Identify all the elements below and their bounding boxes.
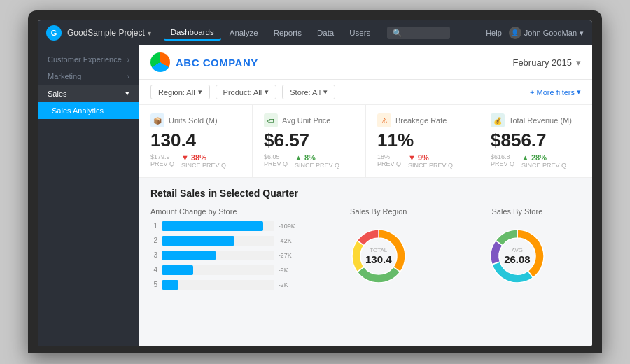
- avg-price-icon: 🏷: [264, 113, 278, 127]
- nav-logo-icon: G: [46, 25, 62, 41]
- date-selector[interactable]: February 2015 ▾: [512, 57, 581, 68]
- bar-label: 3: [150, 251, 158, 259]
- breakage-label: Breakage Rate: [396, 116, 447, 125]
- nav-right: Help 👤 John GoodMan ▾: [486, 27, 584, 39]
- nav-item-dashboards[interactable]: Dashboards: [164, 25, 221, 41]
- sidebar-item-marketing[interactable]: Marketing ›: [38, 68, 139, 85]
- bar-fill: [162, 221, 263, 231]
- nav-item-reports[interactable]: Reports: [267, 26, 309, 40]
- bar-chart-title: Amount Change by Store: [150, 207, 304, 216]
- store-filter[interactable]: Store: All ▾: [282, 85, 335, 99]
- revenue-change: ▲ 28% SINCE PREV Q: [522, 153, 566, 169]
- units-sold-change: ▼ 38% SINCE PREV Q: [181, 153, 226, 169]
- bar-value: -27K: [279, 252, 304, 259]
- bar-label: 4: [150, 266, 158, 274]
- bar-row: 2 -42K: [150, 236, 304, 246]
- company-name: ABC Company: [176, 57, 258, 69]
- date-chevron-icon: ▾: [576, 57, 581, 68]
- charts-section: Retail Sales in Selected Quarter Amount …: [139, 178, 592, 346]
- avg-price-prev: $6.05 PREV Q: [264, 153, 288, 167]
- breakage-value: 11%: [377, 130, 468, 150]
- product-filter[interactable]: Product: All ▾: [216, 85, 277, 99]
- units-sold-icon: 📦: [150, 113, 164, 127]
- charts-section-title: Retail Sales in Selected Quarter: [150, 188, 581, 199]
- sidebar-arrow-icon: ›: [127, 56, 130, 64]
- filters-bar: Region: All ▾ Product: All ▾ Store: All …: [139, 80, 592, 105]
- search-input[interactable]: [387, 27, 450, 39]
- sidebar: Customer Experience › Marketing › Sales …: [38, 46, 139, 346]
- bar-chart: 1 -109K 2 -42K 3 -27K 4 -9K 5 -2K: [150, 221, 304, 290]
- region-filter[interactable]: Region: All ▾: [150, 85, 210, 99]
- bar-value: -42K: [279, 237, 304, 244]
- sidebar-item-sales[interactable]: Sales ▾: [38, 85, 139, 102]
- company-logo-icon: [150, 52, 170, 72]
- bar-fill: [162, 251, 216, 260]
- nav-item-analyze[interactable]: Analyze: [223, 26, 265, 40]
- bar-fill: [162, 265, 193, 275]
- laptop-shell: G GoodSample Project ▾ Dashboards Analyz…: [28, 10, 602, 354]
- donut-region-title: Sales By Region: [350, 207, 407, 216]
- sidebar-item-sales-analytics[interactable]: Sales Analytics: [38, 102, 139, 119]
- avg-price-label: Avg Unit Price: [282, 116, 331, 125]
- bar-row: 3 -27K: [150, 251, 304, 260]
- sidebar-item-customer-experience[interactable]: Customer Experience ›: [38, 51, 139, 68]
- content-panel: ABC Company February 2015 ▾ Region: All …: [139, 46, 592, 346]
- donut-region-section: Sales By Region TOTAL 130.4: [315, 207, 442, 291]
- donut-region-center: TOTAL 130.4: [365, 246, 392, 265]
- donut-store-chart: AVG 26.08: [482, 221, 552, 291]
- breakage-icon: ⚠: [377, 113, 391, 127]
- units-sold-value: 130.4: [150, 130, 241, 150]
- breakage-prev: 18% PREV Q: [377, 153, 401, 167]
- bar-value: -2K: [279, 281, 304, 288]
- bar-row: 5 -2K: [150, 280, 304, 290]
- bar-track: [162, 236, 274, 246]
- nav-project-name[interactable]: GoodSample Project ▾: [67, 28, 151, 38]
- nav-item-users[interactable]: Users: [342, 26, 377, 40]
- revenue-icon: 💰: [491, 113, 505, 127]
- bar-value: -109K: [279, 223, 304, 230]
- kpi-breakage-rate: ⚠ Breakage Rate 11% 18% PREV Q ▼ 9% SIN: [366, 105, 479, 177]
- breakage-change: ▼ 9% SINCE PREV Q: [408, 153, 453, 169]
- bar-track: [162, 265, 274, 275]
- kpi-avg-unit-price: 🏷 Avg Unit Price $6.57 $6.05 PREV Q ▲ 8%: [253, 105, 366, 177]
- kpi-units-sold: 📦 Units Sold (M) 130.4 $179.9 PREV Q ▼ 3…: [139, 105, 253, 177]
- laptop-screen: G GoodSample Project ▾ Dashboards Analyz…: [38, 20, 592, 346]
- filter-chevron-icon: ▾: [198, 88, 202, 97]
- help-link[interactable]: Help: [486, 29, 502, 37]
- nav-items: Dashboards Analyze Reports Data Users: [164, 25, 378, 41]
- donut-store-section: Sales By Store AVG 26.08: [454, 207, 581, 291]
- kpi-row: 📦 Units Sold (M) 130.4 $179.9 PREV Q ▼ 3…: [139, 105, 592, 178]
- units-sold-label: Units Sold (M): [169, 116, 218, 125]
- project-chevron-icon: ▾: [148, 29, 151, 37]
- bar-row: 1 -109K: [150, 221, 304, 231]
- donut-region-chart: TOTAL 130.4: [344, 221, 414, 291]
- top-nav: G GoodSample Project ▾ Dashboards Analyz…: [38, 20, 592, 46]
- filter-chevron-icon: ▾: [323, 88, 328, 97]
- bar-track: [162, 280, 274, 290]
- revenue-value: $856.7: [491, 130, 581, 150]
- units-sold-prev: $179.9 PREV Q: [150, 153, 174, 167]
- donut-store-title: Sales By Store: [492, 207, 543, 216]
- revenue-prev: $616.8 PREV Q: [491, 153, 514, 167]
- user-menu[interactable]: 👤 John GoodMan ▾: [509, 27, 584, 39]
- kpi-total-revenue: 💰 Total Revenue (M) $856.7 $616.8 PREV Q…: [479, 105, 592, 177]
- user-avatar-icon: 👤: [509, 27, 522, 39]
- revenue-label: Total Revenue (M): [509, 116, 572, 125]
- bar-chart-container: Amount Change by Store 1 -109K 2 -42K 3 …: [150, 207, 304, 290]
- avg-price-change: ▲ 8% SINCE PREV Q: [295, 153, 340, 169]
- sidebar-expand-icon: ▾: [125, 89, 130, 98]
- filter-chevron-icon: ▾: [265, 88, 269, 97]
- nav-item-data[interactable]: Data: [310, 26, 341, 40]
- user-chevron-icon: ▾: [580, 29, 584, 38]
- main-area: Customer Experience › Marketing › Sales …: [38, 46, 592, 346]
- company-logo-area: ABC Company: [150, 52, 258, 72]
- bar-label: 2: [150, 237, 158, 244]
- dashboard-header: ABC Company February 2015 ▾: [139, 46, 592, 80]
- sidebar-arrow-icon: ›: [127, 73, 130, 80]
- more-filters-button[interactable]: + More filters ▾: [530, 88, 581, 97]
- bar-value: -9K: [279, 267, 304, 274]
- bar-track: [162, 221, 274, 231]
- bar-row: 4 -9K: [150, 265, 304, 275]
- charts-row: Amount Change by Store 1 -109K 2 -42K 3 …: [150, 207, 581, 291]
- bar-track: [162, 251, 274, 260]
